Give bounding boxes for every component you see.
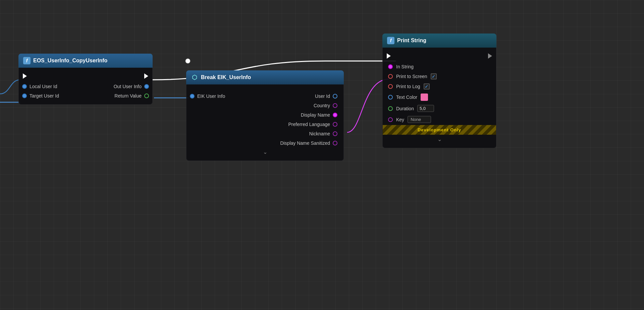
- display-name-label: Display Name: [301, 112, 330, 118]
- duration-input[interactable]: [417, 105, 434, 112]
- eos-node: f EOS_UserInfo_CopyUserInfo Local User I…: [18, 54, 153, 105]
- print-node: f Print String In String Print to Screen…: [382, 34, 496, 148]
- pin-display-name-sanitized[interactable]: Display Name Sanitized: [277, 139, 341, 147]
- duration-row[interactable]: Duration: [383, 103, 496, 114]
- print-to-screen-label: Print to Screen: [396, 74, 427, 79]
- pin-preferred-language[interactable]: Preferred Language: [285, 120, 341, 129]
- in-string-label: In String: [396, 64, 414, 69]
- print-to-screen-checkbox[interactable]: [431, 73, 437, 79]
- pin-country[interactable]: Country: [310, 101, 341, 110]
- eos-right-pins: Out User Info Return Value: [110, 82, 152, 100]
- print-node-title: Print String: [397, 38, 426, 44]
- local-user-id-pin: [22, 84, 27, 89]
- duration-label: Duration: [396, 106, 414, 111]
- local-user-id-label: Local User Id: [30, 84, 57, 89]
- print-to-screen-pin: [388, 74, 393, 79]
- break-node-title: Break EIK_UserInfo: [201, 74, 251, 80]
- break-scroll-arrow[interactable]: ⌄: [186, 147, 343, 157]
- out-user-info-label: Out User Info: [114, 84, 142, 89]
- break-node-header: ⬡ Break EIK_UserInfo: [186, 70, 344, 84]
- break-icon: ⬡: [191, 74, 198, 81]
- pin-local-user-id[interactable]: Local User Id: [19, 82, 62, 91]
- out-user-info-pin: [144, 84, 149, 89]
- nickname-label: Nickname: [309, 131, 330, 136]
- print-exec-out[interactable]: [488, 53, 492, 59]
- dev-only-banner: Development Only: [383, 125, 496, 135]
- print-node-header: f Print String: [382, 34, 496, 48]
- eos-node-title: EOS_UserInfo_CopyUserInfo: [33, 58, 107, 64]
- break-pin-section: EIK User Info User Id Country Display Na…: [186, 92, 343, 147]
- eos-left-pins: Local User Id Target User Id: [19, 82, 62, 100]
- print-to-log-pin: [388, 84, 393, 89]
- print-scroll-arrow[interactable]: ⌄: [383, 135, 496, 144]
- print-in-string-row[interactable]: In String: [383, 62, 496, 71]
- print-to-log-row[interactable]: Print to Log: [383, 81, 496, 91]
- pin-display-name[interactable]: Display Name: [298, 111, 341, 119]
- function-icon: f: [23, 57, 31, 64]
- key-input[interactable]: [408, 116, 431, 123]
- display-name-pin: [333, 113, 337, 117]
- eos-exec-in[interactable]: [23, 73, 27, 79]
- svg-point-0: [185, 59, 190, 63]
- pin-eik-user-info[interactable]: EIK User Info: [186, 92, 228, 101]
- break-left-pins: EIK User Info: [186, 92, 228, 147]
- text-color-swatch[interactable]: [421, 94, 428, 101]
- nickname-pin: [333, 131, 337, 136]
- pin-user-id[interactable]: User Id: [312, 92, 341, 101]
- pin-out-user-info[interactable]: Out User Info: [110, 82, 152, 91]
- target-user-id-label: Target User Id: [30, 93, 59, 99]
- print-node-body: In String Print to Screen Print to Log T…: [382, 48, 496, 148]
- return-value-pin: [144, 94, 149, 98]
- print-exec-in[interactable]: [387, 53, 391, 59]
- user-id-pin: [333, 94, 337, 99]
- pin-nickname[interactable]: Nickname: [306, 129, 341, 138]
- dev-only-label: Development Only: [418, 127, 461, 132]
- key-label: Key: [396, 117, 404, 122]
- duration-pin: [388, 106, 393, 111]
- break-right-pins: User Id Country Display Name Preferred L…: [277, 92, 341, 147]
- print-to-screen-row[interactable]: Print to Screen: [383, 71, 496, 81]
- eos-pin-section: Local User Id Target User Id Out User In…: [19, 82, 152, 100]
- eik-user-info-label: EIK User Info: [197, 94, 225, 99]
- country-pin: [333, 103, 337, 108]
- display-name-sanitized-pin: [333, 141, 337, 145]
- pin-return-value[interactable]: Return Value: [110, 91, 152, 100]
- eos-exec-row: [19, 72, 152, 82]
- break-node-body: EIK User Info User Id Country Display Na…: [186, 84, 344, 161]
- eos-exec-out[interactable]: [144, 73, 148, 79]
- in-string-pin: [388, 64, 393, 69]
- print-to-log-checkbox[interactable]: [424, 83, 430, 89]
- preferred-language-label: Preferred Language: [288, 122, 330, 127]
- country-label: Country: [314, 103, 330, 108]
- eos-node-body: Local User Id Target User Id Out User In…: [18, 68, 153, 105]
- eos-node-header: f EOS_UserInfo_CopyUserInfo: [18, 54, 153, 68]
- text-color-pin: [388, 95, 393, 100]
- text-color-row[interactable]: Text Color: [383, 91, 496, 103]
- print-exec-row: [383, 52, 496, 62]
- user-id-label: User Id: [315, 94, 330, 99]
- eik-user-info-pin: [190, 94, 195, 99]
- break-node: ⬡ Break EIK_UserInfo EIK User Info User …: [186, 70, 344, 161]
- text-color-label: Text Color: [396, 95, 417, 100]
- preferred-language-pin: [333, 122, 337, 127]
- print-to-log-label: Print to Log: [396, 84, 420, 89]
- target-user-id-pin: [22, 94, 27, 98]
- key-pin: [388, 117, 393, 122]
- key-row[interactable]: Key: [383, 114, 496, 125]
- display-name-sanitized-label: Display Name Sanitized: [280, 140, 330, 146]
- return-value-label: Return Value: [114, 93, 142, 99]
- pin-target-user-id[interactable]: Target User Id: [19, 91, 62, 100]
- print-function-icon: f: [387, 37, 394, 44]
